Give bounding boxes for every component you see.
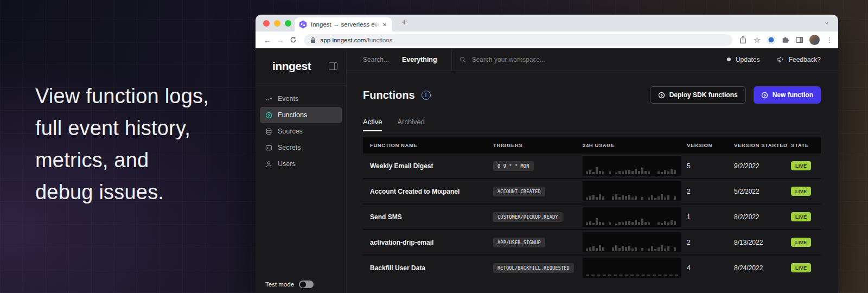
sidebar-item-label: Functions: [278, 111, 307, 119]
sidebar-item-label: Sources: [278, 128, 303, 135]
functions-icon: [265, 112, 272, 119]
events-icon: [265, 95, 272, 103]
page-head: Functions i Deploy SDK functions: [363, 86, 821, 104]
lock-icon: [310, 37, 316, 43]
test-mode-label: Test mode: [265, 281, 294, 288]
secrets-icon: [265, 144, 272, 151]
app-header: Search... Everything Updates: [347, 48, 838, 71]
function-name: Account Created to Mixpanel: [370, 188, 493, 195]
version-started: 9/2/2022: [734, 162, 791, 170]
sidebar-nav: Events Functions Sources: [256, 84, 346, 172]
version: 1: [687, 213, 734, 221]
col-24h-usage: 24H USAGE: [583, 142, 687, 148]
sidebar-item-label: Users: [278, 160, 296, 168]
profile-avatar[interactable]: [809, 35, 820, 45]
maximize-window-icon[interactable]: [285, 20, 291, 27]
sidebar-collapse-icon[interactable]: [329, 62, 337, 70]
table-row[interactable]: activation-drip-email APP/USER.SIGNUP 2 …: [363, 229, 821, 254]
sidebar-item-events[interactable]: Events: [260, 91, 342, 107]
share-icon[interactable]: [739, 36, 747, 44]
inngest-favicon: [299, 21, 307, 29]
trigger-badge: APP/USER.SIGNUP: [493, 238, 545, 247]
toolbar-icons: ☆ ⋮: [739, 35, 833, 45]
close-window-icon[interactable]: [263, 20, 270, 27]
version: 5: [687, 162, 734, 170]
url-path: /functions: [366, 37, 392, 43]
trigger-badge: RETOOL/BACKFILL.REQUESTED: [493, 263, 574, 273]
reload-icon[interactable]: [290, 36, 297, 43]
usage-sparkline: [583, 181, 681, 201]
browser-menu-icon[interactable]: ⋮: [826, 36, 833, 44]
state-badge: LIVE: [791, 238, 811, 247]
tagline-line: metrics, and: [35, 144, 209, 176]
side-panel-icon[interactable]: [795, 36, 803, 44]
sidebar-item-secrets[interactable]: Secrets: [260, 139, 342, 156]
onepassword-extension-icon[interactable]: [767, 36, 775, 44]
new-function-button[interactable]: New function: [754, 86, 821, 104]
feedback-button[interactable]: Feedback?: [776, 56, 821, 63]
workspace-search-input[interactable]: [471, 55, 603, 64]
back-icon[interactable]: ←: [261, 36, 274, 44]
sidebar-item-functions[interactable]: Functions: [260, 107, 342, 123]
table-header: FUNCTION NAME TRIGGERS 24H USAGE VERSION…: [363, 137, 821, 152]
page-tabs: Active Archived: [363, 118, 821, 131]
extensions-puzzle-icon[interactable]: [781, 36, 789, 44]
tab-close-icon[interactable]: ✕: [382, 22, 387, 28]
table-row[interactable]: Weekly Email Digest 0 9 * * MON 5 9/2/20…: [363, 152, 821, 178]
sidebar-item-users[interactable]: Users: [260, 156, 342, 172]
search-icon: [459, 56, 466, 63]
trigger-badge: 0 9 * * MON: [493, 161, 534, 171]
forward-icon[interactable]: →: [274, 36, 287, 44]
tab-archived[interactable]: Archived: [397, 118, 425, 131]
test-mode-control: Test mode: [265, 281, 314, 288]
function-name: Backfill User Data: [370, 264, 493, 272]
tagline-line: View function logs,: [35, 80, 209, 112]
updates-dot-icon: [727, 58, 731, 61]
bookmark-star-icon[interactable]: ☆: [753, 36, 761, 44]
table-row[interactable]: Account Created to Mixpanel ACCOUNT.CREA…: [363, 178, 821, 203]
function-name: Weekly Email Digest: [370, 162, 493, 170]
tab-active[interactable]: Active: [363, 118, 382, 131]
version-started: 8/24/2022: [734, 264, 791, 272]
address-bar[interactable]: app.inngest.com/functions: [304, 34, 732, 46]
version-started: 5/2/2022: [734, 188, 791, 195]
header-divider: [451, 48, 452, 71]
usage-sparkline: [583, 258, 681, 278]
usage-sparkline: [583, 156, 681, 176]
browser-tab[interactable]: Inngest → serverless event-dri ✕: [295, 17, 392, 31]
search-scope-everything[interactable]: Everything: [402, 56, 437, 63]
minimize-window-icon[interactable]: [274, 20, 280, 27]
updates-button[interactable]: Updates: [727, 56, 760, 63]
new-tab-button[interactable]: +: [398, 17, 411, 28]
usage-sparkline: [583, 207, 681, 227]
main-content: Search... Everything Updates: [346, 48, 838, 293]
test-mode-toggle[interactable]: [299, 281, 314, 288]
col-state: STATE: [791, 142, 821, 148]
header-right: Updates Feedback?: [727, 56, 821, 63]
state-badge: LIVE: [791, 187, 811, 196]
deploy-icon: [658, 92, 665, 99]
version-started: 8/13/2022: [734, 239, 791, 246]
info-icon[interactable]: i: [422, 91, 431, 100]
sidebar-item-sources[interactable]: Sources: [260, 123, 342, 139]
col-version: VERSION: [687, 142, 734, 148]
state-badge: LIVE: [791, 212, 811, 221]
browser-toolbar: ← → app.inngest.com/functions ☆: [256, 31, 838, 48]
tab-search-chevron-icon[interactable]: ⌄: [824, 18, 829, 26]
version-started: 8/2/2022: [734, 213, 791, 221]
feedback-label: Feedback?: [789, 56, 821, 63]
table-row[interactable]: Send SMS CUSTOMER/PICKUP.READY 1 8/2/202…: [363, 203, 821, 229]
table-row[interactable]: Backfill User Data RETOOL/BACKFILL.REQUE…: [363, 254, 821, 280]
window-controls: [263, 20, 291, 27]
deploy-label: Deploy SDK functions: [669, 91, 738, 99]
function-name: activation-drip-email: [370, 239, 493, 246]
search-hint[interactable]: Search...: [363, 56, 389, 63]
deploy-sdk-functions-button[interactable]: Deploy SDK functions: [650, 86, 746, 104]
tagline: View function logs, full event history, …: [35, 80, 209, 208]
workspace-search[interactable]: [459, 55, 727, 64]
tab-title: Inngest → serverless event-dri: [311, 21, 380, 28]
trigger-badge: ACCOUNT.CREATED: [493, 187, 545, 196]
state-badge: LIVE: [791, 263, 811, 272]
page-title: Functions: [363, 89, 415, 101]
col-version-started: VERSION STARTED: [734, 142, 791, 148]
